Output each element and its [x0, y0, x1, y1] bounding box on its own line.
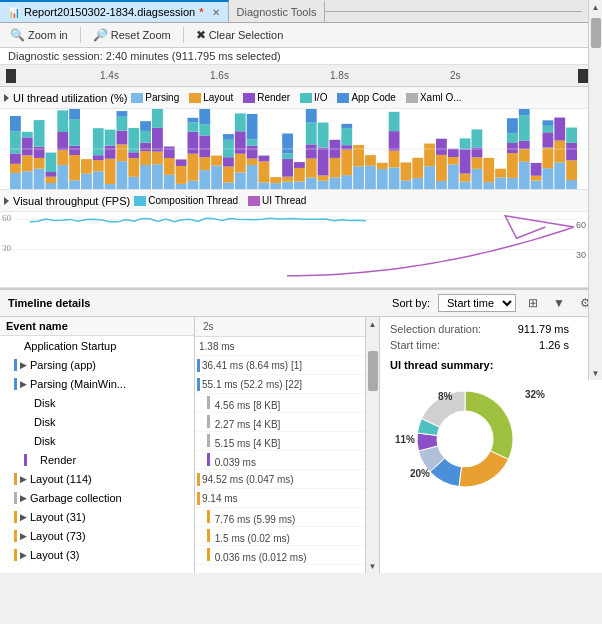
main-scroll-up[interactable]: ▲	[589, 0, 603, 14]
bar-text-10: 1.5 ms (0.02 ms)	[215, 533, 290, 544]
legend-parsing: Parsing	[131, 92, 179, 103]
fps-header: Visual throughput (FPS) Composition Thre…	[0, 190, 602, 212]
bar-text-1: 36.41 ms (8.64 ms) [1]	[202, 360, 302, 371]
group-by-icon[interactable]: ⊞	[524, 294, 542, 312]
bar-text-11: 0.036 ms (0.012 ms)	[215, 552, 307, 563]
tab-close-icon[interactable]: ✕	[212, 7, 220, 18]
bar-indent-11: 0.036 ms (0.012 ms)	[207, 548, 307, 563]
event-row-10[interactable]: ▶ Layout (73)	[0, 526, 194, 545]
toolbar: 🔍 Zoom in 🔎 Reset Zoom ✖ Clear Selection	[0, 23, 602, 48]
event-row-2[interactable]: ▶ Parsing (MainWin...	[0, 374, 194, 393]
main-scroll-down[interactable]: ▼	[589, 366, 603, 380]
ui-thread-header: UI thread utilization (%) Parsing Layout…	[0, 87, 602, 109]
event-row-11[interactable]: ▶ Layout (3)	[0, 545, 194, 564]
ui-thread-chart-body	[0, 109, 602, 189]
tab-report[interactable]: 📊 Report20150302-1834.diagsession * ✕	[0, 0, 229, 22]
ui-thread-title: UI thread utilization (%)	[13, 92, 127, 104]
main-scroll-thumb[interactable]	[591, 18, 601, 48]
clear-selection-button[interactable]: ✖ Clear Selection	[192, 26, 288, 44]
event-label-10: Layout (73)	[30, 530, 86, 542]
bar-text-4: 2.27 ms [4 KB]	[215, 419, 281, 430]
event-row-4[interactable]: Disk	[0, 412, 194, 431]
event-label-6: Render	[40, 454, 76, 466]
bar-indicator-11	[14, 549, 17, 561]
reset-zoom-icon: 🔎	[93, 28, 108, 42]
legend-render: Render	[243, 92, 290, 103]
bar-row-11: 0.036 ms (0.012 ms)	[195, 546, 365, 565]
bar-row-2: 55.1 ms (52.2 ms) [22]	[195, 375, 365, 394]
zoom-in-button[interactable]: 🔍 Zoom in	[6, 26, 72, 44]
ruler-1.8s: 1.8s	[330, 70, 349, 81]
bar-indent-10: 1.5 ms (0.02 ms)	[207, 529, 290, 544]
bar-color-9	[207, 510, 210, 523]
event-row-3[interactable]: Disk	[0, 393, 194, 412]
info-row-starttime: Start time: 1.26 s	[390, 339, 569, 351]
parsing-color-swatch	[131, 93, 143, 103]
details-header: Timeline details Sort by: Start time Dur…	[0, 290, 602, 317]
arrow-10: ▶	[20, 531, 30, 541]
bar-row-4: 2.27 ms [4 KB]	[195, 413, 365, 432]
sort-select[interactable]: Start time Duration Category	[438, 294, 516, 312]
fps-y-30-right: 30	[576, 250, 586, 260]
legend-xaml: Xaml O...	[406, 92, 462, 103]
event-label-2: Parsing (MainWin...	[30, 378, 126, 390]
event-row-5[interactable]: Disk	[0, 431, 194, 450]
ui-thread-canvas	[0, 109, 588, 189]
scroll-thumb[interactable]	[368, 351, 378, 391]
event-row-9[interactable]: ▶ Layout (31)	[0, 507, 194, 526]
session-info: Diagnostic session: 2:40 minutes (911.79…	[0, 48, 602, 65]
clear-selection-label: Clear Selection	[209, 29, 284, 41]
bar-indicator-9	[14, 511, 17, 523]
timeline-area: 1.4s 1.6s 1.8s 2s UI thread utilization …	[0, 65, 602, 290]
event-row-7[interactable]: ▶ Layout (114)	[0, 469, 194, 488]
bar-color-5	[207, 434, 210, 447]
event-label-3: Disk	[34, 397, 55, 409]
ruler-1.4s: 1.4s	[100, 70, 119, 81]
info-panel: Selection duration: 911.79 ms Start time…	[379, 317, 579, 573]
bar-color-4	[207, 415, 210, 428]
fps-section: Visual throughput (FPS) Composition Thre…	[0, 190, 602, 288]
bar-indicator-8	[14, 492, 17, 504]
reset-zoom-button[interactable]: 🔎 Reset Zoom	[89, 26, 175, 44]
scroll-down-arrow[interactable]: ▼	[366, 559, 380, 573]
scroll-up-arrow[interactable]: ▲	[366, 317, 380, 331]
donut-label-11: 11%	[395, 434, 415, 445]
filter-icon[interactable]: ▼	[550, 294, 568, 312]
ui-thread-collapse[interactable]	[4, 94, 9, 102]
xaml-color-swatch	[406, 93, 418, 103]
toolbar-separator	[80, 27, 81, 43]
bar-text-7: 94.52 ms (0.047 ms)	[202, 474, 294, 485]
bar-color-1	[197, 359, 200, 372]
tab-diagnostic[interactable]: Diagnostic Tools	[229, 0, 326, 22]
tab-diagnostic-label: Diagnostic Tools	[237, 6, 317, 18]
event-row-1[interactable]: ▶ Parsing (app)	[0, 355, 194, 374]
bar-indicator-7	[14, 473, 17, 485]
ruler-right-handle[interactable]	[578, 69, 588, 83]
start-time-label: Start time:	[390, 339, 440, 351]
fps-chart-body: 60 30	[0, 212, 602, 287]
selection-duration-label: Selection duration:	[390, 323, 481, 335]
bar-row-9: 7.76 ms (5.99 ms)	[195, 508, 365, 527]
event-row-8[interactable]: ▶ Garbage collection	[0, 488, 194, 507]
bar-indent-4: 2.27 ms [4 KB]	[207, 415, 280, 430]
bar-row-1: 36.41 ms (8.64 ms) [1]	[195, 356, 365, 375]
start-time-value: 1.26 s	[539, 339, 569, 351]
details-scrollbar[interactable]: ▲ ▼	[365, 317, 379, 573]
bar-indent-6: 0.039 ms	[207, 453, 256, 468]
render-color-swatch	[243, 93, 255, 103]
toolbar-separator-2	[183, 27, 184, 43]
bar-color-11	[207, 548, 210, 561]
details-title: Timeline details	[8, 297, 384, 309]
io-color-swatch	[300, 93, 312, 103]
bar-color-7	[197, 473, 200, 486]
fps-collapse[interactable]	[4, 197, 9, 205]
event-row-6[interactable]: Render	[0, 450, 194, 469]
bar-color-6	[207, 453, 210, 466]
ruler-left-handle[interactable]	[6, 69, 16, 83]
event-row-0[interactable]: Application Startup	[0, 336, 194, 355]
ruler-1.6s: 1.6s	[210, 70, 229, 81]
ui-thread-fps-swatch	[248, 196, 260, 206]
main-scrollbar[interactable]: ▲ ▼	[588, 0, 602, 380]
event-label-4: Disk	[34, 416, 55, 428]
event-list-header: Event name	[0, 317, 194, 336]
